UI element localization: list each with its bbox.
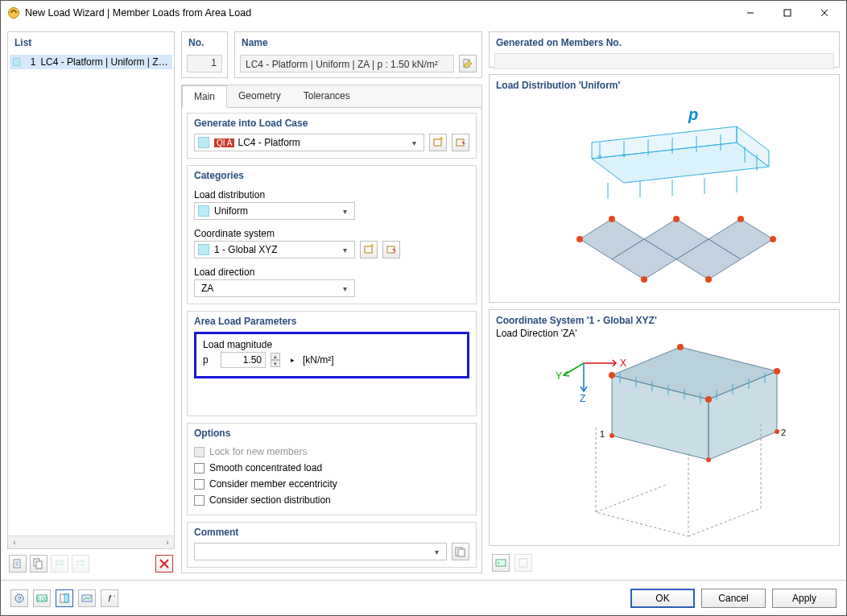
load-magnitude-label: Load magnitude [203,339,461,350]
list-item[interactable]: 1 LC4 - Platform | Uniform | ZA | p : [10,55,172,69]
spinner-down-icon[interactable]: ▾ [271,360,280,367]
function-button[interactable]: f* [101,589,118,607]
units-button[interactable]: 0,00 [33,589,51,607]
tab-tolerances[interactable]: Tolerances [292,85,362,107]
tab-geometry[interactable]: Geometry [227,85,292,107]
new-item-button[interactable] [9,555,27,573]
svg-text:Z: Z [580,393,585,404]
checklist2-button[interactable] [72,555,89,573]
svg-rect-8 [365,246,372,253]
load-case-value: LC4 - Platform [238,137,407,148]
comment-heading: Comment [188,523,476,540]
load-direction-label: Load direction [194,267,469,278]
load-distribution-preview: Load Distribution 'Uniform' p [489,74,840,303]
preview-settings-button[interactable] [514,554,532,572]
comment-group: Comment ▾ [187,522,477,568]
comment-dropdown[interactable]: ▾ [194,543,447,560]
new-coord-sys-button[interactable] [360,241,378,258]
coordinate-system-preview: Coordinate System '1 - Global XYZ' Load … [489,309,840,546]
svg-point-18 [673,216,680,222]
svg-point-13 [770,236,776,242]
delete-item-button[interactable] [155,555,173,573]
svg-text:2: 2 [781,428,786,437]
chevron-down-icon: ▾ [338,207,351,216]
coordinate-system-label: Coordinate system [194,228,469,239]
scroll-left-icon[interactable]: ‹ [8,536,21,549]
coordinate-system-dropdown[interactable]: 1 - Global XYZ ▾ [194,241,355,258]
generate-load-case-heading: Generate into Load Case [188,114,476,130]
edit-load-case-button[interactable] [452,134,469,151]
list-heading: List [8,32,174,52]
svg-text:1: 1 [600,429,605,439]
toggle-preview-button[interactable] [56,589,73,607]
cancel-button[interactable]: Cancel [701,589,766,608]
svg-point-32 [498,562,499,564]
generate-load-case-group: Generate into Load Case QI A LC4 - Platf… [187,113,477,159]
list-item-label: LC4 - Platform | Uniform | ZA | p : [40,56,172,68]
preview-toolbar [489,552,840,573]
option-eccentricity-label: Consider member eccentricity [209,478,337,490]
load-distribution-dropdown[interactable]: Uniform ▾ [194,202,355,220]
load-distribution-color-icon [198,205,209,217]
maximize-button[interactable] [769,1,806,25]
svg-point-27 [706,457,711,462]
load-distribution-canvas: p [496,93,833,297]
toggle-graphics-button[interactable] [78,589,96,607]
svg-point-16 [641,276,647,283]
close-button[interactable] [806,1,843,25]
name-panel: Name LC4 - Platform | Uniform | ZA | p :… [234,31,482,78]
svg-point-25 [677,344,684,350]
option-section-row[interactable]: Consider section distribution [194,492,469,508]
magnitude-menu-button[interactable]: ▸ [287,354,298,366]
generated-members-field[interactable] [494,53,834,69]
option-eccentricity-row[interactable]: Consider member eccentricity [194,476,469,492]
coord-sys-title2: Load Direction 'ZA' [496,328,833,339]
window-title: New Load Wizard | Member Loads from Area… [25,7,251,19]
edit-name-button[interactable] [459,55,477,72]
ok-button[interactable]: OK [630,589,695,608]
option-smooth-label: Smooth concentrated load [209,462,322,473]
load-case-dropdown[interactable]: QI A LC4 - Platform ▾ [194,134,424,151]
svg-rect-6 [434,139,441,146]
load-case-tag-badge: QI A [214,138,234,147]
svg-point-28 [775,429,779,434]
copy-item-button[interactable] [30,555,48,573]
magnitude-input[interactable] [221,352,266,368]
svg-point-15 [738,216,744,222]
dialog-button-bar: ? 0,00 f* OK Cancel Apply [1,580,846,615]
svg-rect-1 [784,10,791,16]
load-direction-dropdown[interactable]: ZA ▾ [194,279,355,297]
spinner-up-icon[interactable]: ▴ [271,353,280,360]
comment-library-button[interactable] [452,543,469,560]
option-smooth-row[interactable]: Smooth concentrated load [194,460,469,476]
magnitude-spinner[interactable]: ▴▾ [271,353,280,367]
area-load-params-heading: Area Load Parameters [188,312,476,329]
load-list[interactable]: 1 LC4 - Platform | Uniform | ZA | p : [8,52,174,535]
list-item-num: 1 [25,56,35,68]
list-panel: List 1 LC4 - Platform | Uniform | ZA | p… [7,31,175,549]
checklist-button[interactable] [51,555,68,573]
scroll-right-icon[interactable]: › [161,536,174,549]
magnitude-unit: [kN/m²] [303,354,334,366]
svg-rect-4 [36,561,42,568]
magnitude-symbol: p [203,354,216,366]
svg-point-23 [705,396,712,403]
svg-point-17 [705,276,712,283]
number-field[interactable]: 1 [187,55,222,72]
minimize-button[interactable] [732,1,769,25]
show-preview-button[interactable] [492,554,510,572]
help-button[interactable]: ? [10,589,28,607]
apply-button[interactable]: Apply [772,589,837,608]
edit-coord-sys-button[interactable] [382,241,400,258]
new-load-case-button[interactable] [429,134,447,151]
svg-rect-39 [64,594,68,602]
svg-point-24 [774,368,780,374]
name-field[interactable]: LC4 - Platform | Uniform | ZA | p : 1.50… [240,55,454,72]
option-lock-row[interactable]: Lock for new members [194,444,469,460]
svg-text:0,00: 0,00 [36,596,48,602]
list-scrollbar[interactable]: ‹ › [8,535,174,548]
tab-main[interactable]: Main [182,85,227,108]
svg-point-0 [9,8,19,19]
load-distribution-title: Load Distribution 'Uniform' [496,80,833,91]
list-swatch-icon [13,58,20,66]
